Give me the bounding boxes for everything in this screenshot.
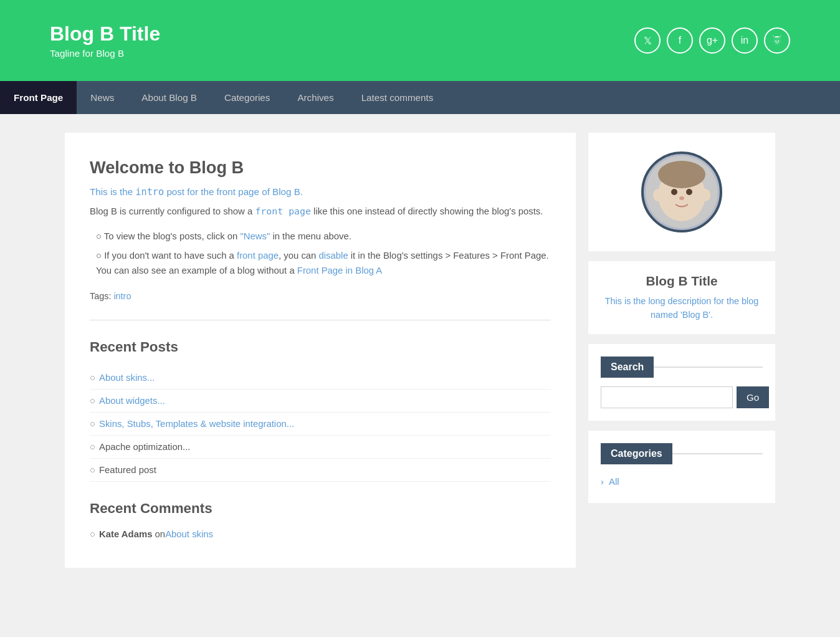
post-text-5: Featured post bbox=[99, 465, 156, 475]
content-divider bbox=[90, 320, 551, 320]
tag-intro[interactable]: intro bbox=[113, 291, 131, 301]
nav-item-categories[interactable]: Categories bbox=[211, 81, 284, 114]
svg-point-0 bbox=[773, 37, 781, 45]
github-icon[interactable] bbox=[764, 27, 790, 54]
search-input[interactable] bbox=[601, 386, 733, 408]
facebook-icon[interactable]: f bbox=[667, 27, 693, 54]
site-tagline: Tagline for Blog B bbox=[50, 48, 160, 59]
intro-prefix: This is the bbox=[90, 186, 135, 197]
post-item-2: About widgets... bbox=[90, 390, 551, 413]
tags-label: Tags: bbox=[90, 291, 111, 301]
googleplus-icon[interactable]: g+ bbox=[699, 27, 725, 54]
main-content: Welcome to Blog B This is the intro post… bbox=[65, 133, 576, 568]
svg-point-1 bbox=[775, 41, 776, 42]
post-link-1[interactable]: About skins... bbox=[99, 373, 155, 383]
para1: Blog B is currently configured to show a… bbox=[90, 204, 551, 219]
search-button[interactable]: Go bbox=[737, 386, 769, 408]
comment-link-1[interactable]: About skins bbox=[165, 529, 213, 539]
post-item-4: Apache optimization... bbox=[90, 436, 551, 459]
sidebar-blog-title: Blog B Title bbox=[601, 274, 763, 289]
search-card: Search Go bbox=[588, 344, 775, 421]
search-label: Search bbox=[601, 357, 654, 378]
svg-point-2 bbox=[778, 41, 779, 42]
category-item-all: › All bbox=[601, 473, 763, 491]
svg-point-9 bbox=[653, 189, 663, 201]
linkedin-icon[interactable]: in bbox=[732, 27, 758, 54]
post-item-5: Featured post bbox=[90, 459, 551, 482]
site-header: Blog B Title Tagline for Blog B 𝕏 f g+ i… bbox=[0, 0, 840, 81]
comment-item-1: Kate Adams on About skins bbox=[90, 525, 551, 543]
social-icons-group: 𝕏 f g+ in bbox=[634, 27, 790, 54]
front-page-link[interactable]: front page bbox=[237, 251, 279, 261]
header-branding: Blog B Title Tagline for Blog B bbox=[50, 22, 160, 59]
svg-point-8 bbox=[679, 196, 684, 200]
categories-header: Categories bbox=[601, 443, 763, 464]
intro-suffix: post for the front page of Blog B. bbox=[164, 186, 303, 197]
search-row: Go bbox=[601, 386, 763, 408]
main-layout: Welcome to Blog B This is the intro post… bbox=[46, 133, 794, 568]
nav-item-archives[interactable]: Archives bbox=[284, 81, 347, 114]
nav-item-news[interactable]: News bbox=[77, 81, 128, 114]
welcome-title: Welcome to Blog B bbox=[90, 158, 551, 178]
recent-posts-title: Recent Posts bbox=[90, 339, 551, 355]
sidebar: Blog B Title This is the long descriptio… bbox=[588, 133, 775, 568]
avatar-card bbox=[588, 133, 775, 251]
nav-item-front-page[interactable]: Front Page bbox=[0, 81, 77, 114]
categories-card: Categories › All bbox=[588, 431, 775, 503]
recent-comments-title: Recent Comments bbox=[90, 501, 551, 517]
svg-point-10 bbox=[700, 189, 710, 201]
post-item-3: Skins, Stubs, Templates & website integr… bbox=[90, 413, 551, 436]
post-item-1: About skins... bbox=[90, 366, 551, 390]
search-header-line bbox=[654, 366, 763, 368]
comment-text-1: on bbox=[155, 529, 166, 539]
post-text-4: Apache optimization... bbox=[99, 442, 190, 452]
post-link-3[interactable]: Skins, Stubs, Templates & website integr… bbox=[99, 419, 294, 429]
main-nav: Front Page News About Blog B Categories … bbox=[0, 81, 840, 114]
bullet-item-2: If you don't want to have such a front p… bbox=[96, 246, 551, 281]
svg-point-7 bbox=[686, 189, 692, 195]
disable-link[interactable]: disable bbox=[319, 251, 348, 261]
nav-item-about[interactable]: About Blog B bbox=[128, 81, 211, 114]
tags-line: Tags: intro bbox=[90, 291, 551, 301]
avatar bbox=[641, 151, 722, 232]
twitter-icon[interactable]: 𝕏 bbox=[634, 27, 661, 54]
nav-item-latest-comments[interactable]: Latest comments bbox=[348, 81, 447, 114]
site-title: Blog B Title bbox=[50, 22, 160, 46]
svg-point-5 bbox=[658, 161, 705, 188]
svg-point-6 bbox=[671, 189, 677, 195]
blog-a-link[interactable]: Front Page in Blog A bbox=[297, 266, 382, 275]
intro-keyword: intro bbox=[135, 186, 164, 198]
bullet-list: To view the blog's posts, click on "News… bbox=[90, 227, 551, 281]
categories-header-line bbox=[672, 453, 763, 454]
post-link-2[interactable]: About widgets... bbox=[99, 396, 165, 406]
intro-text: This is the intro post for the front pag… bbox=[90, 186, 551, 198]
categories-label: Categories bbox=[601, 443, 672, 464]
news-link[interactable]: "News" bbox=[241, 231, 270, 241]
category-link-all[interactable]: All bbox=[609, 477, 619, 487]
bullet-item-1: To view the blog's posts, click on "News… bbox=[96, 227, 551, 247]
blog-description-card: Blog B Title This is the long descriptio… bbox=[588, 261, 775, 334]
sidebar-blog-description: This is the long description for the blo… bbox=[601, 295, 763, 322]
comment-author-1: Kate Adams bbox=[99, 529, 152, 539]
search-header: Search bbox=[601, 357, 763, 378]
category-arrow-icon: › bbox=[601, 477, 604, 487]
